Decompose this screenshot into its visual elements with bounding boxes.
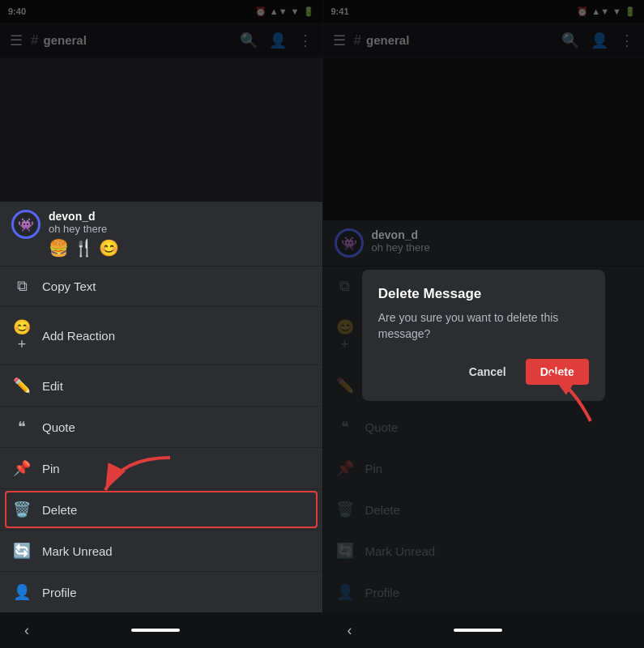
copy-icon: ⧉ (13, 278, 31, 295)
pin-label: Pin (42, 462, 60, 475)
pin-icon: 📌 (13, 459, 31, 477)
left-message-preview: 👾 devon_d oh hey there 🍔 🍴 😊 (0, 202, 322, 266)
left-bottom-nav: ‹ (0, 612, 322, 648)
delete-dialog-overlay: Delete Message Are you sure you want to … (323, 58, 645, 612)
left-menu-copy[interactable]: ⧉ Copy Text (0, 266, 322, 307)
dialog-buttons: Cancel Delete (378, 359, 589, 385)
edit-label: Edit (42, 379, 63, 393)
right-back-icon[interactable]: ‹ (348, 622, 352, 639)
right-home-indicator (454, 629, 502, 632)
quote-icon: ❝ (13, 418, 31, 436)
reaction-icon: 😊+ (13, 318, 31, 353)
left-menu-profile[interactable]: 👤 Profile (0, 572, 322, 612)
left-menu-unread[interactable]: 🔄 Mark Unread (0, 531, 322, 572)
profile-label: Profile (42, 586, 77, 599)
unread-icon: 🔄 (13, 542, 31, 560)
delete-icon: 🗑️ (13, 501, 31, 518)
reaction-label: Add Reaction (42, 329, 115, 343)
emoji-burger: 🍔 (49, 238, 69, 258)
discord-logo-icon: 👾 (18, 217, 34, 232)
left-back-icon[interactable]: ‹ (24, 622, 29, 639)
unread-label: Mark Unread (42, 544, 113, 558)
left-menu-reaction[interactable]: 😊+ Add Reaction (0, 307, 322, 365)
emoji-fork: 🍴 (74, 238, 94, 258)
left-msg-info: devon_d oh hey there 🍔 🍴 😊 (49, 210, 311, 258)
left-home-indicator (131, 629, 180, 632)
profile-icon: 👤 (13, 583, 31, 601)
delete-label: Delete (42, 503, 77, 517)
left-msg-emoji: 🍔 🍴 😊 (49, 238, 311, 258)
cancel-button[interactable]: Cancel (458, 359, 518, 385)
left-avatar: 👾 (11, 210, 41, 239)
emoji-smile: 😊 (99, 238, 119, 258)
left-msg-text: oh hey there (49, 223, 311, 235)
copy-label: Copy Text (42, 279, 96, 293)
left-panel: 9:40 ⏰ ▲▼ ▼ 🔋 ☰ # general 🔍 👤 ⋮ 👾 (0, 0, 322, 648)
left-menu-edit[interactable]: ✏️ Edit (0, 365, 322, 407)
left-username: devon_d (49, 210, 311, 223)
edit-icon: ✏️ (13, 377, 31, 394)
right-bottom-nav: ‹ (323, 612, 645, 648)
left-menu-pin[interactable]: 📌 Pin (0, 448, 322, 489)
right-panel: 9:41 ⏰ ▲▼ ▼ 🔋 ☰ # general 🔍 👤 ⋮ 👾 (322, 0, 645, 648)
dialog-body: Are you sure you want to delete this mes… (378, 310, 589, 342)
delete-dialog: Delete Message Are you sure you want to … (362, 270, 605, 400)
dialog-title: Delete Message (378, 286, 589, 302)
left-context-overlay: 👾 devon_d oh hey there 🍔 🍴 😊 ⧉ Copy Text (0, 0, 322, 612)
quote-label: Quote (42, 420, 75, 434)
left-context-menu: ⧉ Copy Text 😊+ Add Reaction ✏️ Edit ❝ Qu… (0, 266, 322, 612)
delete-button[interactable]: Delete (526, 359, 589, 385)
left-menu-quote[interactable]: ❝ Quote (0, 407, 322, 448)
left-menu-delete[interactable]: 🗑️ Delete (0, 489, 322, 531)
